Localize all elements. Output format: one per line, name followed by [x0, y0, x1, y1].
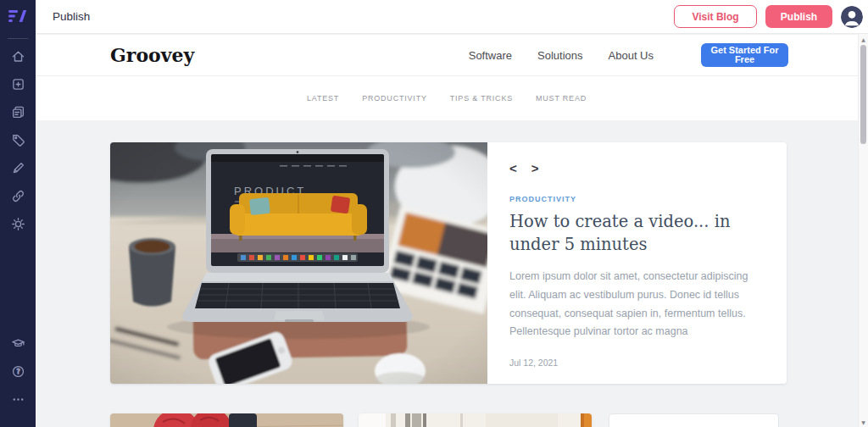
tab-tips-tricks[interactable]: TIPS & TRICKS	[450, 94, 513, 103]
laptop-desk-photo: PRODUCT	[110, 142, 487, 384]
carousel-prev-button[interactable]: <	[509, 161, 517, 175]
featured-post-image: PRODUCT	[110, 142, 487, 384]
scrollbar-thumb[interactable]	[860, 45, 866, 144]
nav-link-about-us[interactable]: About Us	[609, 49, 654, 62]
sidebar-item-posts[interactable]	[0, 98, 36, 126]
app-window: ? Publish Visit Blog Publish	[0, 0, 868, 427]
page-title: Publish	[53, 10, 90, 23]
app-logo[interactable]	[7, 7, 29, 27]
post-card-1-image	[110, 413, 343, 427]
svg-text:?: ?	[16, 368, 19, 375]
post-title[interactable]: How to create a video... in under 5 minu…	[509, 211, 765, 257]
blog-logo[interactable]: Groovey	[110, 44, 194, 66]
blog-header: Groovey Software Solutions About Us Get …	[36, 35, 858, 76]
pen-icon	[11, 161, 25, 175]
sidebar-item-more[interactable]	[0, 385, 36, 413]
get-started-button[interactable]: Get Started For Free	[701, 43, 788, 67]
scrollbar-up-arrow[interactable]: ▲	[859, 34, 868, 44]
sidebar-item-settings[interactable]	[0, 210, 36, 238]
carousel-next-button[interactable]: >	[531, 161, 539, 175]
post-category-label[interactable]: PRODUCTIVITY	[509, 195, 765, 203]
home-icon	[11, 49, 25, 64]
nav-link-solutions[interactable]: Solutions	[537, 49, 582, 62]
topbar-actions: Visit Blog Publish	[674, 5, 863, 28]
post-card-2[interactable]	[359, 413, 592, 427]
avatar-icon	[841, 6, 863, 28]
post-card-2-image	[359, 413, 592, 427]
tag-icon	[11, 133, 25, 147]
pages-icon	[11, 105, 25, 119]
post-date: Jul 12, 2021	[509, 358, 765, 368]
nav-link-software[interactable]: Software	[469, 49, 512, 62]
topbar: Publish Visit Blog Publish	[36, 0, 868, 34]
visit-blog-button[interactable]: Visit Blog	[674, 5, 757, 28]
sidebar-item-design[interactable]	[0, 154, 36, 182]
tab-productivity[interactable]: PRODUCTIVITY	[362, 94, 427, 103]
sidebar-bottom-group: ?	[0, 330, 36, 413]
help-icon: ?	[11, 364, 25, 379]
sidebar-item-tags[interactable]	[0, 126, 36, 154]
blog-category-tabs: LATEST PRODUCTIVITY TIPS & TRICKS MUST R…	[36, 76, 858, 120]
sidebar-item-new-post[interactable]	[0, 70, 36, 98]
sidebar-divider	[8, 38, 28, 39]
sidebar-item-learn[interactable]	[0, 330, 36, 358]
ellipsis-icon	[11, 392, 25, 407]
page-scrollbar[interactable]: ▲ ▼	[858, 34, 868, 427]
app-sidebar: ?	[0, 0, 36, 427]
scrollbar-down-arrow[interactable]: ▼	[859, 417, 868, 427]
link-icon	[11, 189, 25, 203]
featured-post-body: < > PRODUCTIVITY How to create a video..…	[487, 142, 787, 384]
user-avatar[interactable]	[841, 6, 863, 28]
post-card-1[interactable]	[110, 413, 343, 427]
sidebar-item-help[interactable]: ?	[0, 358, 36, 385]
blog-nav: Software Solutions About Us Get Started …	[469, 43, 788, 67]
graduation-cap-icon	[11, 336, 25, 351]
sidebar-item-home[interactable]	[0, 42, 36, 70]
square-plus-icon	[11, 77, 25, 92]
gear-icon	[11, 217, 25, 231]
post-excerpt: Lorem ipsum dolor sit amet, consectetur …	[509, 268, 765, 342]
tab-must-read[interactable]: MUST READ	[536, 94, 587, 103]
sidebar-item-links[interactable]	[0, 182, 36, 210]
post-card-3[interactable]	[609, 413, 779, 427]
app-logo-icon	[7, 7, 29, 25]
carousel-controls: < >	[509, 161, 765, 175]
tab-latest[interactable]: LATEST	[307, 94, 339, 103]
publish-button[interactable]: Publish	[765, 5, 832, 28]
featured-post-card[interactable]: PRODUCT	[110, 142, 787, 384]
